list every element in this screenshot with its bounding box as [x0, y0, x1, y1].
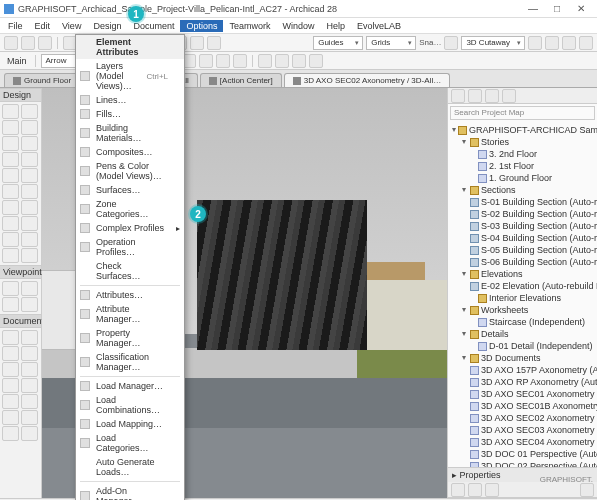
- tree-item[interactable]: 3D DOC 02 Perspective (Auto-rebuild Mode…: [450, 460, 595, 467]
- menu-item[interactable]: Classification Manager…: [76, 350, 184, 374]
- tree-item[interactable]: ▾Elevations: [450, 268, 595, 280]
- menu-item[interactable]: Load Mapping…: [76, 417, 184, 431]
- tree-item[interactable]: 3D AXO SEC04 Axonometry (Auto-rebuild Mo…: [450, 436, 595, 448]
- tool-button[interactable]: [21, 297, 38, 312]
- menu-item[interactable]: Attribute Manager…: [76, 302, 184, 326]
- project-tree[interactable]: ▾GRAPHISOFT-ARCHICAD Sample Project - Vi…: [448, 122, 597, 467]
- tool-button[interactable]: [2, 410, 19, 425]
- menu-item[interactable]: Zone Categories…: [76, 197, 184, 221]
- toolbar-snap-icon[interactable]: [444, 36, 458, 50]
- tree-item[interactable]: 3D AXO SEC03 Axonometry (Auto-rebuild Mo…: [450, 424, 595, 436]
- menu-item[interactable]: Add-On Manager…: [76, 484, 184, 500]
- opt-icon[interactable]: [216, 54, 230, 68]
- menu-evolvelab[interactable]: EvolveLAB: [351, 20, 407, 32]
- tool-button[interactable]: [2, 120, 19, 135]
- view-tab[interactable]: [Action Center]: [200, 73, 282, 87]
- tree-item[interactable]: S-06 Building Section (Auto-rebuild Mode…: [450, 256, 595, 268]
- menu-item[interactable]: Load Categories…: [76, 431, 184, 455]
- tool-button[interactable]: [21, 136, 38, 151]
- document-section[interactable]: Document: [3, 316, 44, 326]
- tree-item[interactable]: ▾3D Documents: [450, 352, 595, 364]
- tree-item[interactable]: ▾Sections: [450, 184, 595, 196]
- nav-tab-view-icon[interactable]: [468, 89, 482, 103]
- menu-item[interactable]: Element Attributes: [76, 35, 184, 59]
- opt-icon[interactable]: [233, 54, 247, 68]
- tool-button[interactable]: [2, 426, 19, 441]
- menu-item[interactable]: Surfaces…: [76, 183, 184, 197]
- tool-button[interactable]: [21, 410, 38, 425]
- tree-item[interactable]: S-04 Building Section (Auto-rebuild Mode…: [450, 232, 595, 244]
- opt-icon[interactable]: [275, 54, 289, 68]
- opt-icon[interactable]: [292, 54, 306, 68]
- tool-button[interactable]: [2, 330, 19, 345]
- nav-action-icon[interactable]: [580, 483, 594, 497]
- tree-item[interactable]: D-01 Detail (Independent): [450, 340, 595, 352]
- nav-tab-project-icon[interactable]: [451, 89, 465, 103]
- toolbar-btn[interactable]: [190, 36, 204, 50]
- tool-button[interactable]: [2, 168, 19, 183]
- menu-item[interactable]: Complex Profiles: [76, 221, 184, 235]
- guides-combo[interactable]: Guides: [313, 36, 363, 50]
- tool-button[interactable]: [21, 216, 38, 231]
- tool-button[interactable]: [2, 248, 19, 263]
- maximize-button[interactable]: □: [545, 1, 569, 17]
- tree-item[interactable]: 3D AXO SEC01 Axonometry (Auto-rebuild Mo…: [450, 388, 595, 400]
- opt-icon[interactable]: [309, 54, 323, 68]
- menu-item[interactable]: Fills…: [76, 107, 184, 121]
- nav-tab-publisher-icon[interactable]: [502, 89, 516, 103]
- tree-item[interactable]: 3. 2nd Floor: [450, 148, 595, 160]
- tool-button[interactable]: [2, 297, 19, 312]
- tool-button[interactable]: [21, 248, 38, 263]
- tool-button[interactable]: [2, 184, 19, 199]
- menu-item[interactable]: Load Combinations…: [76, 393, 184, 417]
- menu-teamwork[interactable]: Teamwork: [223, 20, 276, 32]
- toolbar-save-icon[interactable]: [38, 36, 52, 50]
- tool-button[interactable]: [2, 216, 19, 231]
- nav-action-icon[interactable]: [451, 483, 465, 497]
- toolbar-btn[interactable]: [579, 36, 593, 50]
- menu-edit[interactable]: Edit: [29, 20, 57, 32]
- toolbar-new-icon[interactable]: [4, 36, 18, 50]
- tool-button[interactable]: [21, 394, 38, 409]
- toolbar-btn[interactable]: [562, 36, 576, 50]
- menu-item[interactable]: Property Manager…: [76, 326, 184, 350]
- tool-button[interactable]: [21, 120, 38, 135]
- tree-item[interactable]: 3D AXO 157P Axonometry (Auto-rebuild Mod…: [450, 364, 595, 376]
- tree-item[interactable]: 2. 1st Floor: [450, 160, 595, 172]
- opt-icon[interactable]: [199, 54, 213, 68]
- toolbar-btn[interactable]: [207, 36, 221, 50]
- tool-button[interactable]: [2, 200, 19, 215]
- tool-button[interactable]: [21, 232, 38, 247]
- tree-item[interactable]: 3D DOC 01 Perspective (Auto-rebuild Mode…: [450, 448, 595, 460]
- tool-button[interactable]: [21, 168, 38, 183]
- menu-item[interactable]: Attributes…: [76, 288, 184, 302]
- tree-item[interactable]: 3D AXO RP Axonometry (Auto-rebuild Model…: [450, 376, 595, 388]
- menu-item[interactable]: Pens & Color (Model Views)…: [76, 159, 184, 183]
- toolbar-open-icon[interactable]: [21, 36, 35, 50]
- tool-button[interactable]: [21, 200, 38, 215]
- navigator-search-input[interactable]: Search Project Map: [450, 106, 595, 120]
- tool-button[interactable]: [21, 362, 38, 377]
- tool-button[interactable]: [2, 346, 19, 361]
- tool-button[interactable]: [2, 378, 19, 393]
- tool-button[interactable]: [21, 330, 38, 345]
- menu-design[interactable]: Design: [87, 20, 127, 32]
- tree-item[interactable]: S-01 Building Section (Auto-rebuild Mode…: [450, 196, 595, 208]
- tree-item[interactable]: ▾Details: [450, 328, 595, 340]
- tool-button[interactable]: [21, 152, 38, 167]
- grids-combo[interactable]: Grids: [366, 36, 416, 50]
- tree-item[interactable]: 1. Ground Floor: [450, 172, 595, 184]
- menu-view[interactable]: View: [56, 20, 87, 32]
- menu-item[interactable]: Layers (Model Views)…Ctrl+L: [76, 59, 184, 93]
- toolbar-btn[interactable]: [545, 36, 559, 50]
- menu-help[interactable]: Help: [321, 20, 352, 32]
- tree-item[interactable]: ▾GRAPHISOFT-ARCHICAD Sample Project - Vi…: [450, 124, 595, 136]
- menu-item[interactable]: Building Materials…: [76, 121, 184, 145]
- tree-item[interactable]: 3D AXO SEC01B Axonometry (Auto-rebuild M…: [450, 400, 595, 412]
- nav-action-icon[interactable]: [485, 483, 499, 497]
- view-tab[interactable]: Ground Floor: [4, 73, 80, 87]
- minimize-button[interactable]: —: [521, 1, 545, 17]
- tree-item[interactable]: E-02 Elevation (Auto-rebuild Model): [450, 280, 595, 292]
- nav-tab-layout-icon[interactable]: [485, 89, 499, 103]
- tool-button[interactable]: [21, 378, 38, 393]
